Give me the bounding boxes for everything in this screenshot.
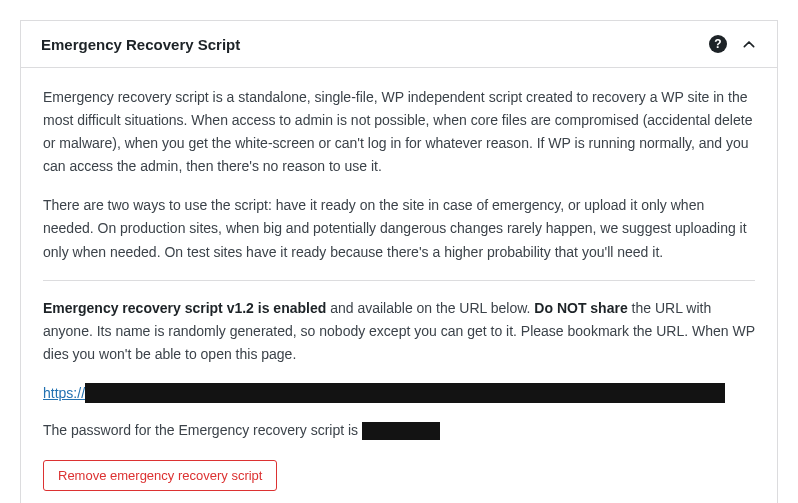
script-url-line: https:// — [43, 382, 755, 405]
panel-header: Emergency Recovery Script ? — [21, 21, 777, 68]
status-mid-text: and available on the URL below. — [326, 300, 534, 316]
panel-body: Emergency recovery script is a standalon… — [21, 68, 777, 503]
remove-script-button[interactable]: Remove emergency recovery script — [43, 460, 277, 491]
help-icon[interactable]: ? — [709, 35, 727, 53]
password-label: The password for the Emergency recovery … — [43, 419, 358, 442]
intro-paragraph-1: Emergency recovery script is a standalon… — [43, 86, 755, 178]
status-paragraph: Emergency recovery script v1.2 is enable… — [43, 297, 755, 366]
redacted-password — [362, 422, 440, 440]
password-line: The password for the Emergency recovery … — [43, 419, 755, 442]
intro-paragraph-2: There are two ways to use the script: ha… — [43, 194, 755, 263]
emergency-recovery-panel: Emergency Recovery Script ? Emergency re… — [20, 20, 778, 503]
status-enabled-text: Emergency recovery script v1.2 is enable… — [43, 300, 326, 316]
redacted-url — [85, 383, 725, 403]
script-url-link[interactable]: https:// — [43, 382, 85, 405]
status-warn-text: Do NOT share — [534, 300, 627, 316]
divider — [43, 280, 755, 281]
chevron-up-icon[interactable] — [741, 36, 757, 52]
panel-title: Emergency Recovery Script — [41, 36, 709, 53]
